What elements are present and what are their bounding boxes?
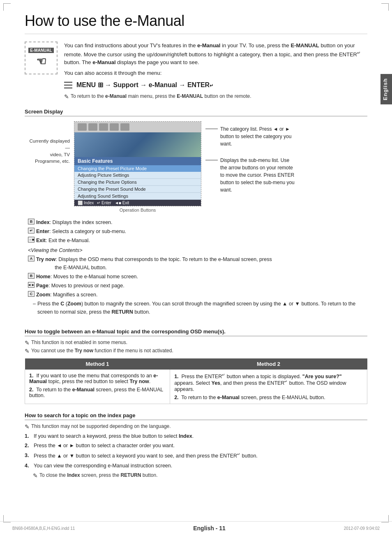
search-sub-note: ✎ To close the Index screen, press the R… bbox=[25, 472, 367, 479]
side-tab: English bbox=[380, 74, 392, 104]
intro-body1: You can find instructions about your TV'… bbox=[64, 42, 367, 67]
search-note-text: This function may not be supported depen… bbox=[31, 423, 171, 429]
op-zoom-detail: – Press the C (Zoom) button to magnify t… bbox=[25, 300, 367, 316]
screen-left-label: Currently displayed —video, TVProgramme,… bbox=[25, 121, 70, 213]
menu-line-text: MENU ⊞ → Support → e-Manual → ENTER↵ bbox=[76, 80, 213, 90]
emulator-top-bar bbox=[74, 122, 201, 132]
step3-text: Press the ▲ or ▼ button to select a keyw… bbox=[34, 452, 258, 460]
method2-content: 1. Press the ENTER↵ button when a topic … bbox=[170, 370, 367, 404]
operation-buttons: B Index: Displays the index screen. ↵ En… bbox=[25, 218, 367, 316]
op-badge-enter: ↵ bbox=[28, 228, 35, 233]
emulator-icon-4 bbox=[110, 123, 119, 131]
search-step-1: 1. If you want to search a keyword, pres… bbox=[25, 432, 367, 440]
bottom-bar-index: ⬜ Index bbox=[78, 201, 94, 205]
search-steps-list: 1. If you want to search a keyword, pres… bbox=[25, 432, 367, 470]
footer-left: BN68-04580A,B,E,H-ENG.indd 11 bbox=[12, 526, 75, 531]
methods-table: Method 1 Method 2 1. If you want to use … bbox=[25, 358, 367, 404]
search-note: ✎ This function may not be supported dep… bbox=[25, 423, 367, 430]
bottom-bar-exit: ◄■ Exit bbox=[115, 201, 129, 205]
emulator-icon-1 bbox=[78, 123, 87, 131]
method1-step1: 1. If you want to use the menu that corr… bbox=[29, 373, 166, 384]
footer-right: 2012-07-09 9:04:02 bbox=[344, 526, 380, 531]
annotation-text-1: The category list. Press ◄ or ► button t… bbox=[220, 125, 296, 148]
op-zoom: C Zoom: Magnifies a screen. bbox=[25, 291, 367, 299]
op-badge-page: ◄► bbox=[28, 282, 35, 288]
annotation-line-1: The category list. Press ◄ or ► button t… bbox=[205, 125, 296, 148]
search-step-3: 3. Press the ▲ or ▼ button to select a k… bbox=[25, 452, 367, 460]
step1-text: If you want to search a keyword, press t… bbox=[34, 432, 194, 440]
annotation-submenu: Displays the sub-menu list. Use the arro… bbox=[205, 157, 296, 194]
op-badge-home: B bbox=[28, 273, 35, 279]
emulator-submenu-item-3: Changing the Preset Sound Mode bbox=[74, 186, 201, 193]
toggle-section: How to toggle between an e-Manual topic … bbox=[25, 328, 367, 404]
emulator-submenu-item-1: Adjusting Picture Settings bbox=[74, 172, 201, 179]
screen-operation-label: Operation Buttons bbox=[74, 208, 201, 213]
step4-text: You can view the corresponding e-Manual … bbox=[34, 462, 172, 470]
method1-step2: 2. To return to the e-Manual screen, pre… bbox=[29, 387, 166, 398]
annotation-category: The category list. Press ◄ or ► button t… bbox=[205, 125, 296, 148]
annotation-dash-1 bbox=[205, 129, 218, 129]
toggle-heading: How to toggle between an e-Manual topic … bbox=[25, 328, 367, 336]
intro-body2: You can also access it through the menu: bbox=[64, 69, 367, 77]
emulator-submenu-item-4: Adjusting Sound Settings bbox=[74, 193, 201, 200]
emulator-icon-2 bbox=[88, 123, 97, 131]
annotation-dash-2 bbox=[205, 160, 218, 160]
emulator-box: Basic Features Changing the Preset Pictu… bbox=[74, 121, 201, 206]
search-sub-note-text: To close the Index screen, press the RET… bbox=[39, 472, 157, 478]
emulator-submenu-item-2: Changing the Picture Options bbox=[74, 179, 201, 186]
step1-num: 1. bbox=[25, 432, 30, 440]
op-badge-trynow: A bbox=[28, 256, 35, 261]
page-title: How to use the e-Manual bbox=[25, 12, 367, 34]
op-zoom-dash: – bbox=[33, 300, 36, 308]
op-exit: →■ Exit: Exit the e-Manual. bbox=[25, 236, 367, 245]
corner-tl bbox=[3, 3, 11, 11]
emulator-menu-title: Basic Features bbox=[74, 157, 201, 165]
search-heading: How to search for a topic on the index p… bbox=[25, 412, 367, 420]
toggle-note1-icon: ✎ bbox=[25, 340, 30, 346]
screen-display-heading: Screen Display bbox=[25, 109, 367, 116]
screen-right-labels: The category list. Press ◄ or ► button t… bbox=[205, 121, 296, 213]
op-enter-text: Enter: Selects a category or sub-menu. bbox=[36, 227, 126, 236]
menu-line: MENU ⊞ → Support → e-Manual → ENTER↵ bbox=[64, 80, 367, 90]
op-enter: ↵ Enter: Selects a category or sub-menu. bbox=[25, 227, 367, 236]
corner-tr bbox=[381, 3, 389, 11]
page-wrapper: English How to use the e-Manual E-MANUAL… bbox=[0, 0, 392, 543]
op-home: B Home: Moves to the e-Manual home scree… bbox=[25, 273, 367, 281]
menu-icon bbox=[64, 82, 72, 88]
emulator-bottom-bar: ⬜ Index ↵ Enter ◄■ Exit bbox=[74, 200, 201, 206]
op-badge-zoom: C bbox=[28, 291, 35, 297]
op-page-text: Page: Moves to previous or next page. bbox=[36, 282, 125, 290]
op-index: B Index: Displays the index screen. bbox=[25, 218, 367, 226]
search-section: How to search for a topic on the index p… bbox=[25, 412, 367, 479]
screen-center: Basic Features Changing the Preset Pictu… bbox=[74, 121, 201, 213]
screen-display-area: Currently displayed —video, TVProgramme,… bbox=[25, 121, 367, 213]
step2-num: 2. bbox=[25, 442, 30, 450]
emanual-icon: E-MANUAL ☜ bbox=[25, 42, 58, 74]
step3-num: 3. bbox=[25, 452, 30, 460]
op-exit-text: Exit: Exit the e-Manual. bbox=[36, 236, 90, 245]
op-index-text: Index: Displays the index screen. bbox=[36, 218, 113, 226]
intro-section: E-MANUAL ☜ You can find instructions abo… bbox=[25, 42, 367, 101]
op-zoom-text: Zoom: Magnifies a screen. bbox=[36, 291, 97, 299]
annotation-line-2: Displays the sub-menu list. Use the arro… bbox=[205, 157, 296, 194]
op-badge-exit: →■ bbox=[28, 237, 35, 243]
search-note-icon: ✎ bbox=[25, 423, 30, 430]
method2-step1: 1. Press the ENTER↵ button when a topic … bbox=[174, 373, 363, 392]
toggle-note1: ✎ This function is not enabled in some m… bbox=[25, 340, 367, 346]
toggle-note2-icon: ✎ bbox=[25, 348, 30, 354]
method1-header: Method 1 bbox=[25, 358, 170, 370]
emulator-icon-3 bbox=[99, 123, 108, 131]
op-trynow-text: Try now: Displays the OSD menu that corr… bbox=[36, 255, 272, 272]
search-step-4: 4. You can view the corresponding e-Manu… bbox=[25, 462, 367, 470]
search-sub-note-icon: ✎ bbox=[33, 472, 38, 479]
method2-step2: 2. To return to the e-Manual screen, pre… bbox=[174, 395, 363, 400]
annotation-text-2: Displays the sub-menu list. Use the arro… bbox=[220, 157, 296, 194]
step4-num: 4. bbox=[25, 462, 30, 470]
method2-header: Method 2 bbox=[170, 358, 367, 370]
bottom-bar-enter: ↵ Enter bbox=[97, 201, 111, 205]
toggle-note1-text: This function is not enabled in some men… bbox=[31, 340, 127, 345]
op-home-text: Home: Moves to the e-Manual home screen. bbox=[36, 273, 138, 281]
op-zoom-detail-text: Press the C (Zoom) button to magnify the… bbox=[37, 300, 367, 316]
toggle-note2-text: You cannot use the Try now function if t… bbox=[31, 348, 173, 354]
step2-text: Press the ◄ or ► button to select a char… bbox=[34, 442, 175, 450]
